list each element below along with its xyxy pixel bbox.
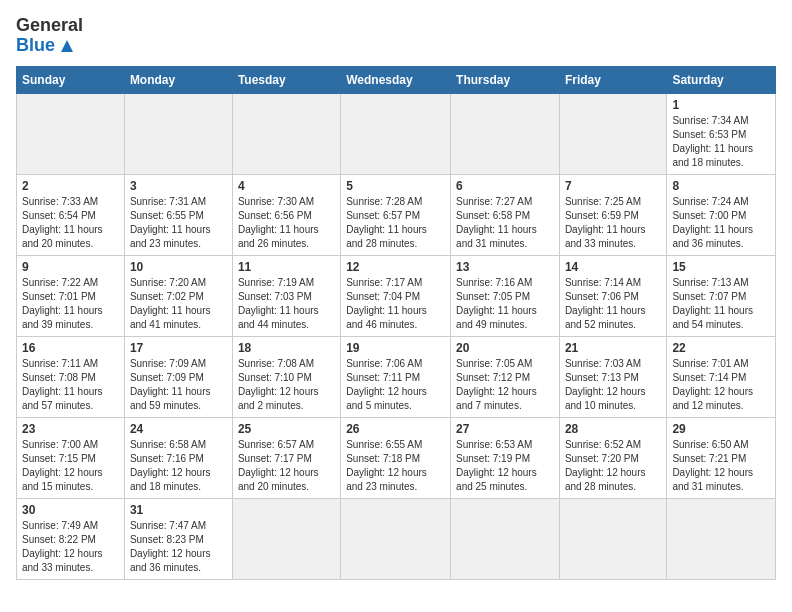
calendar-cell: 19Sunrise: 7:06 AM Sunset: 7:11 PM Dayli… (341, 336, 451, 417)
day-info: Sunrise: 7:08 AM Sunset: 7:10 PM Dayligh… (238, 357, 335, 413)
calendar-cell: 10Sunrise: 7:20 AM Sunset: 7:02 PM Dayli… (124, 255, 232, 336)
calendar-week-row: 30Sunrise: 7:49 AM Sunset: 8:22 PM Dayli… (17, 498, 776, 579)
calendar-cell: 14Sunrise: 7:14 AM Sunset: 7:06 PM Dayli… (559, 255, 666, 336)
day-number: 18 (238, 341, 335, 355)
day-info: Sunrise: 7:13 AM Sunset: 7:07 PM Dayligh… (672, 276, 770, 332)
calendar-cell (232, 93, 340, 174)
calendar-cell: 7Sunrise: 7:25 AM Sunset: 6:59 PM Daylig… (559, 174, 666, 255)
day-info: Sunrise: 7:06 AM Sunset: 7:11 PM Dayligh… (346, 357, 445, 413)
calendar-cell: 25Sunrise: 6:57 AM Sunset: 7:17 PM Dayli… (232, 417, 340, 498)
calendar-cell: 11Sunrise: 7:19 AM Sunset: 7:03 PM Dayli… (232, 255, 340, 336)
calendar-cell: 6Sunrise: 7:27 AM Sunset: 6:58 PM Daylig… (451, 174, 560, 255)
calendar-cell: 3Sunrise: 7:31 AM Sunset: 6:55 PM Daylig… (124, 174, 232, 255)
calendar-cell (17, 93, 125, 174)
day-info: Sunrise: 7:22 AM Sunset: 7:01 PM Dayligh… (22, 276, 119, 332)
weekday-header: Thursday (451, 66, 560, 93)
calendar-cell: 4Sunrise: 7:30 AM Sunset: 6:56 PM Daylig… (232, 174, 340, 255)
logo-triangle-icon (60, 39, 74, 53)
calendar-week-row: 9Sunrise: 7:22 AM Sunset: 7:01 PM Daylig… (17, 255, 776, 336)
calendar-cell: 5Sunrise: 7:28 AM Sunset: 6:57 PM Daylig… (341, 174, 451, 255)
calendar-cell: 22Sunrise: 7:01 AM Sunset: 7:14 PM Dayli… (667, 336, 776, 417)
day-number: 27 (456, 422, 554, 436)
day-info: Sunrise: 7:19 AM Sunset: 7:03 PM Dayligh… (238, 276, 335, 332)
weekday-header: Friday (559, 66, 666, 93)
day-info: Sunrise: 7:01 AM Sunset: 7:14 PM Dayligh… (672, 357, 770, 413)
calendar-cell: 13Sunrise: 7:16 AM Sunset: 7:05 PM Dayli… (451, 255, 560, 336)
calendar-cell: 20Sunrise: 7:05 AM Sunset: 7:12 PM Dayli… (451, 336, 560, 417)
logo-text: General Blue (16, 16, 83, 56)
day-number: 7 (565, 179, 661, 193)
calendar-week-row: 2Sunrise: 7:33 AM Sunset: 6:54 PM Daylig… (17, 174, 776, 255)
day-info: Sunrise: 6:50 AM Sunset: 7:21 PM Dayligh… (672, 438, 770, 494)
day-info: Sunrise: 7:27 AM Sunset: 6:58 PM Dayligh… (456, 195, 554, 251)
day-number: 25 (238, 422, 335, 436)
day-number: 3 (130, 179, 227, 193)
day-info: Sunrise: 7:30 AM Sunset: 6:56 PM Dayligh… (238, 195, 335, 251)
day-info: Sunrise: 7:03 AM Sunset: 7:13 PM Dayligh… (565, 357, 661, 413)
calendar-cell (232, 498, 340, 579)
day-number: 1 (672, 98, 770, 112)
day-info: Sunrise: 7:49 AM Sunset: 8:22 PM Dayligh… (22, 519, 119, 575)
calendar-cell: 21Sunrise: 7:03 AM Sunset: 7:13 PM Dayli… (559, 336, 666, 417)
day-number: 11 (238, 260, 335, 274)
day-info: Sunrise: 7:16 AM Sunset: 7:05 PM Dayligh… (456, 276, 554, 332)
calendar-cell: 1Sunrise: 7:34 AM Sunset: 6:53 PM Daylig… (667, 93, 776, 174)
day-number: 22 (672, 341, 770, 355)
weekday-header: Tuesday (232, 66, 340, 93)
calendar-cell (559, 498, 666, 579)
calendar-cell (451, 93, 560, 174)
day-info: Sunrise: 7:24 AM Sunset: 7:00 PM Dayligh… (672, 195, 770, 251)
day-info: Sunrise: 7:17 AM Sunset: 7:04 PM Dayligh… (346, 276, 445, 332)
calendar-cell: 24Sunrise: 6:58 AM Sunset: 7:16 PM Dayli… (124, 417, 232, 498)
day-info: Sunrise: 6:58 AM Sunset: 7:16 PM Dayligh… (130, 438, 227, 494)
day-number: 21 (565, 341, 661, 355)
day-number: 19 (346, 341, 445, 355)
calendar-cell (559, 93, 666, 174)
calendar-table: SundayMondayTuesdayWednesdayThursdayFrid… (16, 66, 776, 580)
day-info: Sunrise: 7:09 AM Sunset: 7:09 PM Dayligh… (130, 357, 227, 413)
day-number: 9 (22, 260, 119, 274)
day-number: 30 (22, 503, 119, 517)
day-info: Sunrise: 6:55 AM Sunset: 7:18 PM Dayligh… (346, 438, 445, 494)
calendar-cell: 9Sunrise: 7:22 AM Sunset: 7:01 PM Daylig… (17, 255, 125, 336)
logo: General Blue (16, 16, 83, 56)
day-info: Sunrise: 6:53 AM Sunset: 7:19 PM Dayligh… (456, 438, 554, 494)
day-info: Sunrise: 7:20 AM Sunset: 7:02 PM Dayligh… (130, 276, 227, 332)
day-info: Sunrise: 7:28 AM Sunset: 6:57 PM Dayligh… (346, 195, 445, 251)
calendar-week-row: 23Sunrise: 7:00 AM Sunset: 7:15 PM Dayli… (17, 417, 776, 498)
day-number: 6 (456, 179, 554, 193)
calendar-cell: 12Sunrise: 7:17 AM Sunset: 7:04 PM Dayli… (341, 255, 451, 336)
day-number: 17 (130, 341, 227, 355)
day-number: 4 (238, 179, 335, 193)
day-info: Sunrise: 7:33 AM Sunset: 6:54 PM Dayligh… (22, 195, 119, 251)
calendar-cell: 2Sunrise: 7:33 AM Sunset: 6:54 PM Daylig… (17, 174, 125, 255)
calendar-cell (341, 498, 451, 579)
day-number: 24 (130, 422, 227, 436)
calendar-cell (124, 93, 232, 174)
calendar-cell: 15Sunrise: 7:13 AM Sunset: 7:07 PM Dayli… (667, 255, 776, 336)
calendar-cell: 31Sunrise: 7:47 AM Sunset: 8:23 PM Dayli… (124, 498, 232, 579)
weekday-header-row: SundayMondayTuesdayWednesdayThursdayFrid… (17, 66, 776, 93)
calendar-cell (667, 498, 776, 579)
calendar-cell: 29Sunrise: 6:50 AM Sunset: 7:21 PM Dayli… (667, 417, 776, 498)
day-info: Sunrise: 7:34 AM Sunset: 6:53 PM Dayligh… (672, 114, 770, 170)
day-info: Sunrise: 6:57 AM Sunset: 7:17 PM Dayligh… (238, 438, 335, 494)
day-info: Sunrise: 7:14 AM Sunset: 7:06 PM Dayligh… (565, 276, 661, 332)
calendar-cell: 8Sunrise: 7:24 AM Sunset: 7:00 PM Daylig… (667, 174, 776, 255)
day-number: 16 (22, 341, 119, 355)
day-info: Sunrise: 7:25 AM Sunset: 6:59 PM Dayligh… (565, 195, 661, 251)
calendar-cell: 17Sunrise: 7:09 AM Sunset: 7:09 PM Dayli… (124, 336, 232, 417)
calendar-cell: 28Sunrise: 6:52 AM Sunset: 7:20 PM Dayli… (559, 417, 666, 498)
calendar-cell: 16Sunrise: 7:11 AM Sunset: 7:08 PM Dayli… (17, 336, 125, 417)
day-number: 12 (346, 260, 445, 274)
day-number: 13 (456, 260, 554, 274)
day-number: 20 (456, 341, 554, 355)
day-info: Sunrise: 6:52 AM Sunset: 7:20 PM Dayligh… (565, 438, 661, 494)
day-number: 23 (22, 422, 119, 436)
calendar-cell: 27Sunrise: 6:53 AM Sunset: 7:19 PM Dayli… (451, 417, 560, 498)
calendar-cell: 30Sunrise: 7:49 AM Sunset: 8:22 PM Dayli… (17, 498, 125, 579)
day-number: 8 (672, 179, 770, 193)
day-number: 10 (130, 260, 227, 274)
calendar-week-row: 16Sunrise: 7:11 AM Sunset: 7:08 PM Dayli… (17, 336, 776, 417)
day-number: 31 (130, 503, 227, 517)
